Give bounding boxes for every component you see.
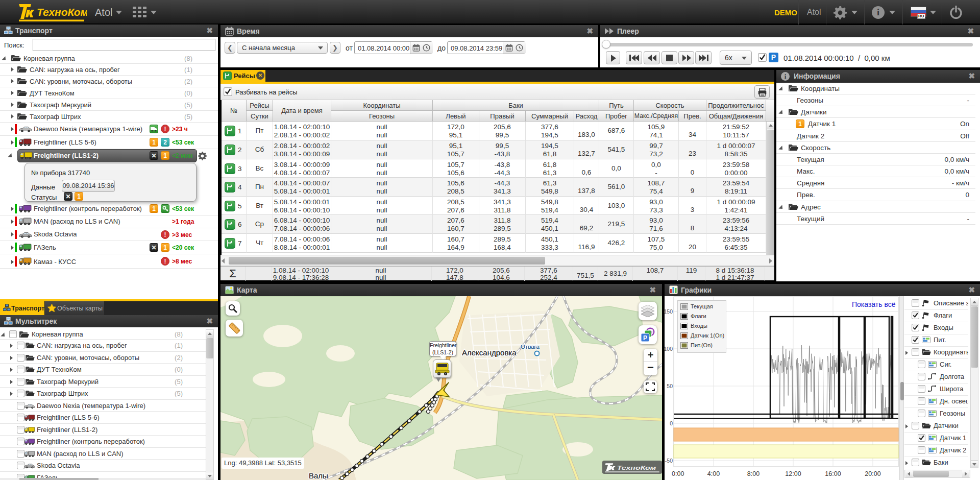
svg-text:50: 50 — [667, 383, 673, 389]
svg-text:4:00: 4:00 — [707, 470, 720, 477]
svg-text:P: P — [643, 334, 647, 342]
svg-text:0:00: 0:00 — [672, 470, 684, 477]
svg-text:Александровка: Александровка — [462, 348, 517, 357]
svg-text:0: 0 — [670, 420, 673, 426]
svg-text:ТехноКом: ТехноКом — [617, 464, 656, 471]
svg-text:ТехноКом: ТехноКом — [37, 6, 87, 18]
svg-text:150: 150 — [665, 308, 673, 315]
svg-text:100: 100 — [665, 346, 673, 352]
svg-text:Валы: Валы — [309, 471, 328, 480]
svg-text:8:00: 8:00 — [747, 470, 760, 477]
svg-text:20:00: 20:00 — [865, 470, 880, 477]
svg-text:-50: -50 — [665, 458, 673, 464]
svg-text:16:00: 16:00 — [825, 470, 841, 477]
svg-text:Отвага: Отвага — [521, 344, 540, 350]
svg-text:12:00: 12:00 — [785, 470, 801, 477]
